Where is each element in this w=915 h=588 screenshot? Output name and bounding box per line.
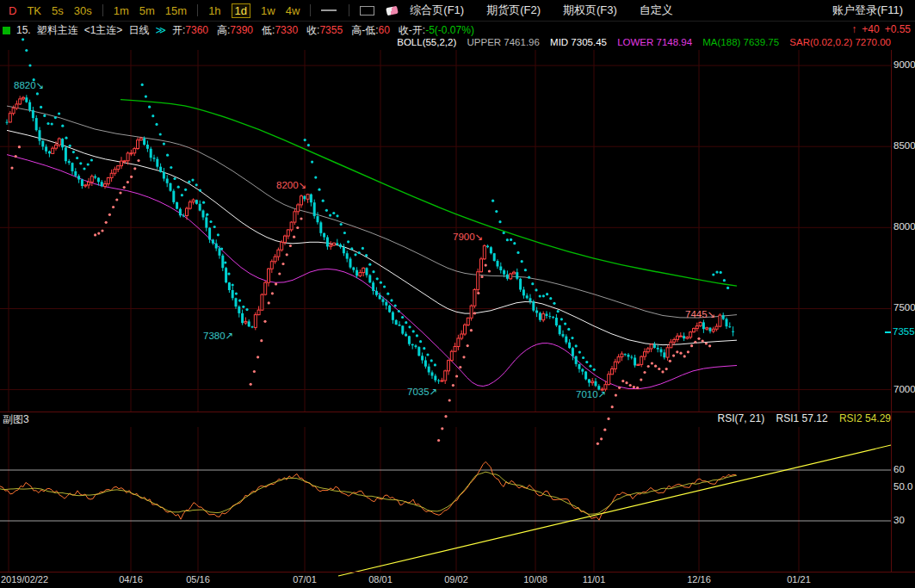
subchart-bar: 副图3 RSI(7, 21) RSI1 57.12 RSI2 54.29	[0, 412, 915, 426]
price-chart-canvas[interactable]	[0, 0, 915, 588]
rsi2-value: RSI2 54.29	[839, 412, 891, 424]
trading-terminal: DTK5s30s1m5m15m1h1d1w4w综合页(F1)期货页(F2)期权页…	[0, 0, 915, 588]
rsi1-value: RSI1 57.12	[776, 412, 828, 424]
subchart-label[interactable]: 副图3	[3, 412, 29, 427]
rsi-title[interactable]: RSI(7, 21)	[718, 412, 765, 424]
